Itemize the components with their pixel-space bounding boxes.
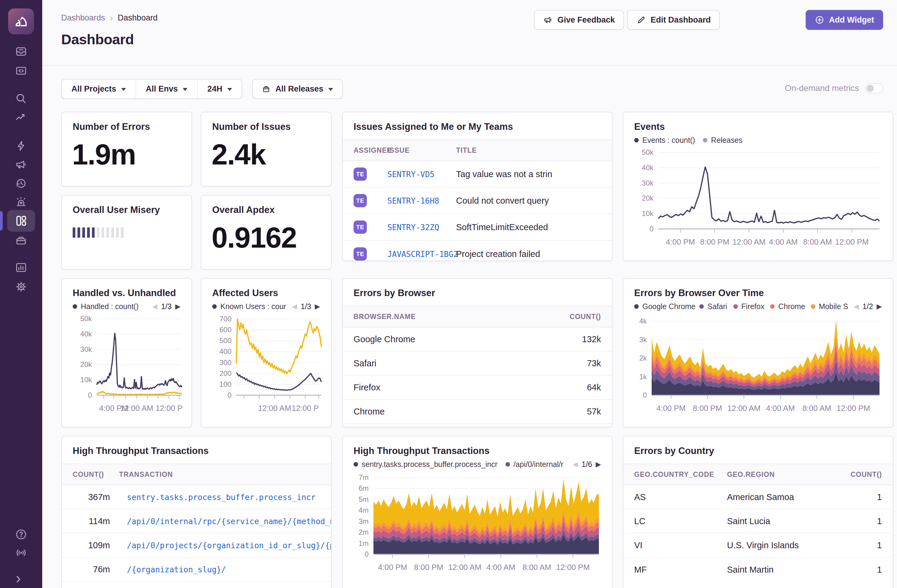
ondemand-toggle[interactable] <box>865 83 883 93</box>
legend-item[interactable]: sentry.tasks.process_buffer.process_incr <box>354 460 497 469</box>
legend-item[interactable]: Chrome <box>770 302 803 311</box>
table-row: LCSaint Lucia1 <box>623 509 893 533</box>
handled-legend: Handled : count()◀1/3▶ <box>62 298 191 311</box>
releases-filter[interactable]: All Releases <box>252 79 343 99</box>
sidebar-item-projects[interactable] <box>15 64 28 77</box>
issue-link[interactable]: JAVASCRIPT-1BG2 <box>387 250 458 259</box>
sidebar-item-releases[interactable] <box>15 234 28 246</box>
svg-text:12:00 AM: 12:00 AM <box>727 404 761 413</box>
transaction-cell: /api/0/projects/{organization_id_or_slug… <box>110 541 331 550</box>
svg-text:500: 500 <box>219 336 231 345</box>
legend-prev-button[interactable]: ◀ <box>152 302 158 310</box>
misery-bar <box>97 228 99 238</box>
column-header-transaction[interactable]: TRANSACTION <box>110 470 173 479</box>
legend-prev-button[interactable]: ◀ <box>854 302 859 310</box>
transaction-link[interactable]: sentry.tasks.process_buffer.process_incr <box>127 493 315 502</box>
transaction-link[interactable]: /api/0/projects/{organization_id_or_slug… <box>127 541 331 550</box>
legend-item[interactable]: Mobile S <box>811 302 846 311</box>
legend-next-button[interactable]: ▶ <box>595 460 601 469</box>
events-line-chart: 010k20k30k40k50k4:00 PM8:00 PM12:00 AM4:… <box>634 147 883 249</box>
legend-page: 1/3 <box>301 302 311 311</box>
column-header-title[interactable]: TITLE <box>456 147 477 154</box>
sidebar-item-stats[interactable] <box>15 261 28 274</box>
legend-item[interactable]: Known Users : cour <box>212 302 284 311</box>
legend-next-button[interactable]: ▶ <box>315 302 320 310</box>
sidebar-item-lightning[interactable] <box>15 139 28 152</box>
legend-item[interactable]: Events : count() <box>634 136 695 145</box>
legend-next-button[interactable]: ▶ <box>877 302 882 310</box>
browser-name-cell: Firefox <box>343 383 587 393</box>
transaction-link[interactable]: /api/0/internal/rpc/{service_name}/{meth… <box>127 517 331 526</box>
legend-item[interactable]: Releases <box>703 136 742 145</box>
sidebar-item-issues[interactable] <box>15 45 28 58</box>
column-header-country-code[interactable]: GEO.COUNTRY_CODE <box>623 470 727 479</box>
table-row: VIU.S. Virgin Islands1 <box>623 533 893 557</box>
legend-item[interactable]: Safari <box>699 302 725 311</box>
project-filter[interactable]: All Projects <box>62 79 136 98</box>
sidebar-item-feedback[interactable] <box>15 158 28 171</box>
svg-text:4:00 AM: 4:00 AM <box>487 563 515 572</box>
legend-label: sentry.tasks.process_buffer.process_incr <box>362 460 497 469</box>
column-header-assignee[interactable]: ASSIGNEE <box>343 147 387 154</box>
svg-text:100: 100 <box>219 380 231 388</box>
legend-item[interactable]: /api/0/internal/r <box>505 460 563 469</box>
widget-high-throughput-chart: High Throughput Transactions sentry.task… <box>342 436 612 588</box>
edit-dashboard-button[interactable]: Edit Dashboard <box>627 10 720 30</box>
svg-text:8:00 AM: 8:00 AM <box>803 237 832 246</box>
svg-text:3k: 3k <box>639 336 647 344</box>
legend-dot-icon <box>699 304 704 309</box>
count-cell: 1 <box>877 492 893 502</box>
column-header-issue[interactable]: ISSUE <box>387 147 456 154</box>
legend-page: 1/6 <box>582 460 592 469</box>
svg-text:4m: 4m <box>359 506 369 514</box>
legend-item[interactable]: Handled : count() <box>73 302 139 311</box>
widget-issues-assigned: Issues Assigned to Me or My Teams ASSIGN… <box>342 112 612 261</box>
legend-next-button[interactable]: ▶ <box>175 302 181 310</box>
issue-link[interactable]: SENTRY-VD5 <box>387 170 435 179</box>
legend-item[interactable]: Google Chrome <box>634 302 692 311</box>
give-feedback-button[interactable]: Give Feedback <box>534 10 624 30</box>
svg-text:12:00 PM: 12:00 PM <box>836 404 870 413</box>
country-code-cell: LC <box>623 516 727 526</box>
column-header-count[interactable]: COUNT() <box>569 313 612 321</box>
sidebar-expand-chevron[interactable]: › <box>16 570 21 586</box>
svg-text:200: 200 <box>219 369 231 377</box>
sentry-logo[interactable] <box>8 8 34 34</box>
sidebar-item-replays[interactable] <box>15 177 28 190</box>
avatar[interactable]: TE <box>354 168 367 181</box>
avatar[interactable]: TE <box>354 247 367 261</box>
legend-item[interactable]: Firefox <box>733 302 762 311</box>
issues-table-body: TESENTRY-VD5Tag value was not a strinTES… <box>343 161 612 261</box>
table-row: 367msentry.tasks.process_buffer.process_… <box>62 485 331 509</box>
legend-prev-button[interactable]: ◀ <box>292 302 297 310</box>
widget-affected-users: Affected Users Known Users : cour◀1/3▶ 0… <box>201 278 332 428</box>
browser-name-cell: Google Chrome <box>343 334 582 344</box>
sidebar-item-performance[interactable] <box>15 111 28 124</box>
column-header-count[interactable]: COUNT() <box>851 470 893 479</box>
legend-prev-button[interactable]: ◀ <box>572 460 578 469</box>
svg-text:12:00 AM: 12:00 AM <box>120 404 153 413</box>
transaction-link[interactable]: /{organization_slug}/ <box>127 565 226 574</box>
issue-link[interactable]: SENTRY-16H8 <box>387 196 439 205</box>
sidebar-item-alerts[interactable] <box>15 196 28 208</box>
environment-filter[interactable]: All Envs <box>136 79 197 98</box>
help-icon[interactable] <box>15 528 28 541</box>
column-header-browser-name[interactable]: BROWSER.NAME <box>343 313 569 321</box>
svg-text:12:00 AM: 12:00 AM <box>732 237 765 246</box>
sidebar-item-dashboards-active[interactable] <box>7 210 35 232</box>
column-header-region[interactable]: GEO.REGION <box>727 470 851 479</box>
widget-handled-vs-unhandled: Handled vs. Unhandled Handled : count()◀… <box>61 278 192 428</box>
events-legend: Events : count()Releases <box>623 132 893 145</box>
widget-title: Affected Users <box>201 279 331 298</box>
add-widget-button[interactable]: Add Widget <box>806 10 883 30</box>
sidebar-item-settings[interactable] <box>15 281 28 293</box>
count-cell: 132k <box>582 334 612 344</box>
date-range-filter[interactable]: 24H <box>197 79 242 98</box>
column-header-count[interactable]: COUNT() <box>62 470 110 479</box>
broadcast-icon[interactable] <box>15 547 28 559</box>
issue-link[interactable]: SENTRY-32ZQ <box>387 223 439 232</box>
avatar[interactable]: TE <box>354 194 367 207</box>
sidebar-item-search[interactable] <box>15 92 28 105</box>
breadcrumb-dashboards[interactable]: Dashboards <box>61 13 105 23</box>
avatar[interactable]: TE <box>354 220 367 234</box>
